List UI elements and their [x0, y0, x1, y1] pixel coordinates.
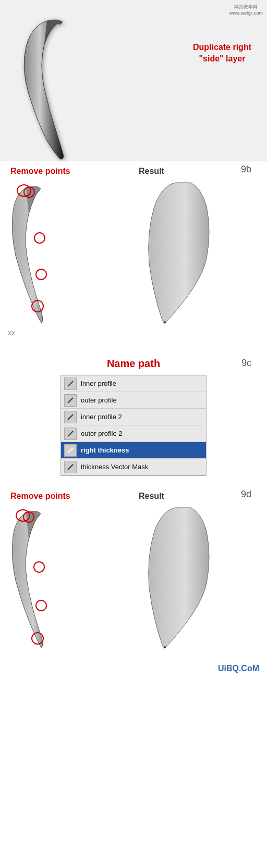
bottom-watermark: UiBQ.CoM [0, 661, 267, 676]
layer-row-0[interactable]: inner profile [61, 375, 206, 392]
result-svg-9d [134, 505, 227, 651]
layer-name-4: right thickness [81, 446, 129, 454]
two-col-9b: Remove points [0, 167, 267, 326]
layer-row-4[interactable]: right thickness [61, 442, 206, 459]
name-path-title: Name path [0, 358, 267, 370]
blade-top-svg [16, 16, 120, 161]
remove-points-svg-9b [5, 180, 94, 326]
watermark: 网页教学网 www.webjx.com [229, 4, 263, 16]
col-right-9b: Result [134, 167, 262, 326]
section-top: 网页教学网 www.webjx.com Duplicate right [0, 0, 267, 161]
svg-line-5 [68, 448, 73, 453]
layer-row-2[interactable]: inner profile 2 [61, 409, 206, 425]
section-9d: 9d Remove points [0, 486, 267, 661]
svg-point-7 [164, 646, 166, 648]
layer-row-1[interactable]: outer profile [61, 392, 206, 409]
remove-points-header-9d: Remove points [5, 492, 134, 501]
result-svg-9b [134, 180, 227, 326]
remove-points-header-9b: Remove points [5, 167, 134, 176]
svg-line-6 [68, 464, 73, 470]
layer-icon-0 [64, 378, 77, 390]
layer-panel: inner profileouter profileinner profile … [60, 375, 207, 476]
layer-icon-2 [64, 411, 77, 423]
blade-top-container [16, 16, 120, 163]
layer-icon-3 [64, 427, 77, 440]
layer-icon-4 [64, 444, 77, 457]
layer-icon-1 [64, 394, 77, 407]
layer-row-5[interactable]: thickness Vector Mask [61, 459, 206, 475]
layer-name-3: outer profile 2 [81, 430, 123, 437]
col-left-9d: Remove points [5, 492, 134, 651]
layer-name-5: thickness Vector Mask [81, 463, 148, 471]
svg-line-2 [68, 398, 73, 403]
result-header-9b: Result [134, 167, 262, 176]
section-name-path: 9c Name path inner profileouter profilei… [0, 353, 267, 486]
two-col-9d: Remove points [0, 492, 267, 651]
remove-points-svg-9d [5, 505, 94, 651]
col-right-9d: Result [134, 492, 262, 651]
col-left-9b: Remove points [5, 167, 134, 326]
page-container: 网页教学网 www.webjx.com Duplicate right [0, 0, 267, 676]
result-header-9d: Result [134, 492, 262, 501]
duplicate-label: Duplicate right "side" layer [193, 42, 251, 65]
svg-line-4 [68, 431, 73, 436]
section-9b: 9b Remove points [0, 161, 267, 353]
svg-line-3 [68, 414, 73, 420]
layer-name-0: inner profile [81, 380, 116, 387]
label-xx: xx [0, 326, 267, 342]
svg-line-1 [68, 381, 73, 386]
layer-row-3[interactable]: outer profile 2 [61, 425, 206, 442]
layer-name-1: outer profile [81, 396, 117, 404]
layer-name-2: inner profile 2 [81, 413, 122, 421]
layer-icon-5 [64, 461, 77, 473]
label-9c: 9c [241, 358, 251, 369]
svg-point-0 [164, 321, 166, 323]
